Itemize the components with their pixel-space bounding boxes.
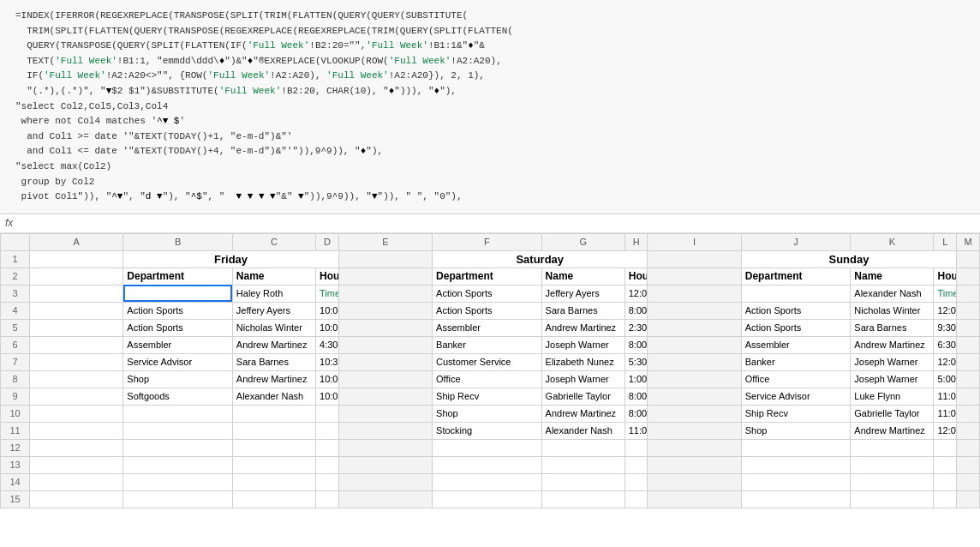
cell-k7[interactable]: Joseph Warner xyxy=(851,353,934,370)
cell-d7[interactable]: 10:30A-6:00P xyxy=(316,353,339,370)
col-header-f[interactable]: F xyxy=(433,233,542,250)
col-header-h[interactable]: H xyxy=(624,233,648,250)
cell-j11[interactable]: Shop xyxy=(741,422,851,439)
cell-b5[interactable]: Action Sports xyxy=(123,319,233,336)
cell-g9[interactable]: Gabrielle Taylor xyxy=(541,388,624,405)
cell-j10[interactable]: Ship Recv xyxy=(741,405,851,422)
cell-b10[interactable] xyxy=(123,405,233,422)
cell-b6[interactable]: Assembler xyxy=(123,336,233,353)
cell-f5[interactable]: Assembler xyxy=(433,319,542,336)
col-header-k[interactable]: K xyxy=(851,233,934,250)
cell-l8[interactable]: 5:00P-8:30P xyxy=(934,370,957,388)
cell-d11[interactable] xyxy=(316,422,339,439)
col-header-j[interactable]: J xyxy=(741,233,851,250)
col-header-a[interactable]: A xyxy=(30,233,123,250)
cell-a1[interactable] xyxy=(30,250,123,267)
cell-f3[interactable]: Action Sports xyxy=(433,285,542,302)
cell-h7[interactable]: 5:30P-8:30P xyxy=(624,353,648,370)
cell-b7[interactable]: Service Advisor xyxy=(123,353,233,370)
cell-j9[interactable]: Service Advisor xyxy=(741,388,851,405)
cell-d5[interactable]: 10:00A-6:30P xyxy=(316,319,339,336)
col-header-c[interactable]: C xyxy=(232,233,315,250)
cell-b3[interactable] xyxy=(123,285,233,302)
cell-h3[interactable]: 12:00P-8:30P xyxy=(624,285,648,302)
cell-a7[interactable] xyxy=(30,353,123,370)
cell-j8[interactable]: Office xyxy=(741,370,851,388)
cell-a10[interactable] xyxy=(30,405,123,422)
cell-g5[interactable]: Andrew Martinez xyxy=(541,319,624,336)
cell-d4[interactable]: 10:00A-6:30P xyxy=(316,302,339,319)
cell-h8[interactable]: 1:00P-4:30P xyxy=(624,370,648,388)
cell-k4[interactable]: Nicholas Winter xyxy=(851,302,934,319)
cell-h9[interactable]: 8:00A-4:30P xyxy=(624,388,648,405)
cell-k6[interactable]: Andrew Martinez xyxy=(851,336,934,353)
cell-l4[interactable]: 12:00P-8:30P xyxy=(934,302,957,319)
cell-h5[interactable]: 2:30P-4:30P xyxy=(624,319,648,336)
cell-d9[interactable]: 10:00A-6:30P xyxy=(316,388,339,405)
cell-d6[interactable]: 4:30P-6:30P xyxy=(316,336,339,353)
cell-j7[interactable]: Banker xyxy=(741,353,851,370)
col-header-e[interactable]: E xyxy=(338,233,432,250)
col-header-g[interactable]: G xyxy=(541,233,624,250)
cell-h4[interactable]: 8:00P-11:00P xyxy=(624,302,648,319)
cell-g10[interactable]: Andrew Martinez xyxy=(541,405,624,422)
cell-g6[interactable]: Joseph Warner xyxy=(541,336,624,353)
cell-d10[interactable] xyxy=(316,405,339,422)
cell-f7[interactable]: Customer Service xyxy=(433,353,542,370)
cell-l5[interactable]: 9:30A-5:00P xyxy=(934,319,957,336)
cell-g8[interactable]: Joseph Warner xyxy=(541,370,624,388)
cell-k8[interactable]: Joseph Warner xyxy=(851,370,934,388)
col-header-l[interactable]: L xyxy=(934,233,957,250)
cell-c7[interactable]: Sara Barnes xyxy=(232,353,315,370)
cell-c8[interactable]: Andrew Martinez xyxy=(232,370,315,388)
cell-k11[interactable]: Andrew Martinez xyxy=(851,422,934,439)
col-header-m[interactable]: M xyxy=(957,233,980,250)
cell-c5[interactable]: Nicholas Winter xyxy=(232,319,315,336)
cell-h6[interactable]: 8:00A-12:30P xyxy=(624,336,648,353)
cell-l7[interactable]: 12:00P-4:30P xyxy=(934,353,957,370)
cell-j6[interactable]: Assembler xyxy=(741,336,851,353)
cell-f11[interactable]: Stocking xyxy=(433,422,542,439)
cell-a3[interactable] xyxy=(30,285,123,302)
cell-c3[interactable]: Haley Roth xyxy=(232,285,315,302)
cell-a11[interactable] xyxy=(30,422,123,439)
cell-b8[interactable]: Shop xyxy=(123,370,233,388)
cell-a2[interactable] xyxy=(30,267,123,285)
cell-k3[interactable]: Alexander Nash xyxy=(851,285,934,302)
cell-c11[interactable] xyxy=(232,422,315,439)
cell-f10[interactable]: Shop xyxy=(433,405,542,422)
cell-g3[interactable]: Jeffery Ayers xyxy=(541,285,624,302)
cell-j4[interactable]: Action Sports xyxy=(741,302,851,319)
cell-c9[interactable]: Alexander Nash xyxy=(232,388,315,405)
cell-d8[interactable]: 10:00A-4:30P xyxy=(316,370,339,388)
cell-c10[interactable] xyxy=(232,405,315,422)
col-header-b[interactable]: B xyxy=(123,233,233,250)
cell-a9[interactable] xyxy=(30,388,123,405)
cell-k10[interactable]: Gabrielle Taylor xyxy=(851,405,934,422)
cell-f4[interactable]: Action Sports xyxy=(433,302,542,319)
cell-a5[interactable] xyxy=(30,319,123,336)
cell-a6[interactable] xyxy=(30,336,123,353)
cell-b9[interactable]: Softgoods xyxy=(123,388,233,405)
cell-k9[interactable]: Luke Flynn xyxy=(851,388,934,405)
cell-j3[interactable] xyxy=(741,285,851,302)
cell-l6[interactable]: 6:30P-8:30P xyxy=(934,336,957,353)
cell-l9[interactable]: 11:00A-7:30P xyxy=(934,388,957,405)
cell-f6[interactable]: Banker xyxy=(433,336,542,353)
cell-f8[interactable]: Office xyxy=(433,370,542,388)
cell-l11[interactable]: 12:00P-6:30P xyxy=(934,422,957,439)
cell-a8[interactable] xyxy=(30,370,123,388)
cell-g7[interactable]: Elizabeth Nunez xyxy=(541,353,624,370)
cell-k5[interactable]: Sara Barnes xyxy=(851,319,934,336)
cell-h10[interactable]: 8:00A-2:30P xyxy=(624,405,648,422)
cell-g4[interactable]: Sara Barnes xyxy=(541,302,624,319)
cell-h11[interactable]: 11:00A-7:30P xyxy=(624,422,648,439)
cell-j5[interactable]: Action Sports xyxy=(741,319,851,336)
cell-b4[interactable]: Action Sports xyxy=(123,302,233,319)
cell-l10[interactable]: 11:00A-7:30P xyxy=(934,405,957,422)
cell-f9[interactable]: Ship Recv xyxy=(433,388,542,405)
cell-a4[interactable] xyxy=(30,302,123,319)
cell-l3[interactable]: Time Off xyxy=(934,285,957,302)
cell-b11[interactable] xyxy=(123,422,233,439)
cell-d3[interactable]: Time Off xyxy=(316,285,339,302)
